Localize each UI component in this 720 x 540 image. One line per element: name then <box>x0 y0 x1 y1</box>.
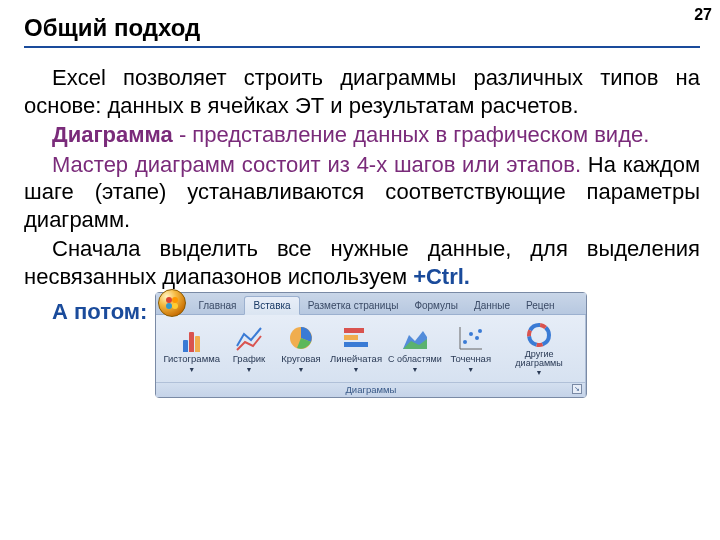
paragraph-4: Сначала выделить все нужные данные, для … <box>24 235 700 290</box>
svg-point-3 <box>172 303 178 309</box>
ribbon-tabs: Главная Вставка Разметка страницы Формул… <box>156 293 586 315</box>
column-chart-icon <box>178 324 206 352</box>
tab-formulas[interactable]: Формулы <box>406 297 466 315</box>
ribbon-body: Гистограмма ▼ График ▼ <box>156 315 586 397</box>
group-title-text: Диаграммы <box>345 384 396 395</box>
svg-point-1 <box>172 297 178 303</box>
svg-point-0 <box>166 297 172 303</box>
tab-page-layout[interactable]: Разметка страницы <box>300 297 407 315</box>
tab-insert[interactable]: Вставка <box>244 296 299 316</box>
dropdown-icon: ▼ <box>298 366 305 375</box>
scatter-chart-icon <box>457 324 485 352</box>
body-text: Excel позволяет строить диаграммы различ… <box>24 64 700 398</box>
btn-label: График <box>233 353 265 365</box>
dropdown-icon: ▼ <box>536 369 543 378</box>
paragraph-1: Excel позволяет строить диаграммы различ… <box>24 64 700 119</box>
office-logo-icon <box>164 295 180 311</box>
bar-chart-icon <box>342 324 370 352</box>
btn-area-chart[interactable]: С областями ▼ <box>385 323 445 377</box>
ctrl-hint: +Ctrl. <box>413 264 470 289</box>
excel-ribbon: Главная Вставка Разметка страницы Формул… <box>155 292 587 398</box>
wizard-steps: Мастер диаграмм состоит из 4-х шагов или… <box>52 152 581 177</box>
btn-label: Гистограмма <box>163 353 220 365</box>
term-definition: - представление данных в графическом вид… <box>173 122 650 147</box>
other-charts-icon <box>525 321 553 349</box>
svg-point-15 <box>478 329 482 333</box>
btn-label: Точечная <box>450 353 491 365</box>
svg-point-13 <box>469 332 473 336</box>
btn-label: С областями <box>388 354 442 365</box>
paragraph-3: Мастер диаграмм состоит из 4-х шагов или… <box>24 151 700 234</box>
svg-point-16 <box>529 325 549 345</box>
btn-label: Круговая <box>281 353 320 365</box>
group-expand-icon[interactable]: ↘ <box>572 384 582 394</box>
svg-rect-7 <box>344 342 368 347</box>
line-chart-icon <box>235 324 263 352</box>
select-instr: Сначала выделить все нужные данные, для … <box>24 236 700 289</box>
paragraph-5: А потом: Главная Вставка Разметка страни… <box>24 292 700 398</box>
svg-point-12 <box>463 340 467 344</box>
tab-review[interactable]: Рецен <box>518 297 563 315</box>
btn-scatter-chart[interactable]: Точечная ▼ <box>445 322 497 377</box>
btn-label: Другие диаграммы <box>500 350 579 368</box>
btn-bar-chart[interactable]: Линейчатая ▼ <box>327 322 385 377</box>
then-label: А потом: <box>24 292 147 326</box>
btn-label: Линейчатая <box>330 353 382 365</box>
term-diagram: Диаграмма <box>52 122 173 147</box>
btn-column-chart[interactable]: Гистограмма ▼ <box>160 322 223 377</box>
paragraph-2: Диаграмма - представление данных в графи… <box>24 121 700 149</box>
dropdown-icon: ▼ <box>467 366 474 375</box>
svg-point-2 <box>166 303 172 309</box>
area-chart-icon <box>401 325 429 353</box>
dropdown-icon: ▼ <box>188 366 195 375</box>
btn-pie-chart[interactable]: Круговая ▼ <box>275 322 327 377</box>
dropdown-icon: ▼ <box>246 366 253 375</box>
btn-other-charts[interactable]: Другие диаграммы ▼ <box>497 319 582 380</box>
group-title: Диаграммы ↘ <box>156 382 585 397</box>
chart-buttons-row: Гистограмма ▼ График ▼ <box>156 315 585 382</box>
btn-line-chart[interactable]: График ▼ <box>223 322 275 377</box>
svg-point-14 <box>475 336 479 340</box>
group-charts: Гистограмма ▼ График ▼ <box>156 315 586 397</box>
tab-home[interactable]: Главная <box>190 297 244 315</box>
title-rule <box>24 46 700 48</box>
dropdown-icon: ▼ <box>353 366 360 375</box>
page-number: 27 <box>694 6 712 24</box>
svg-rect-5 <box>344 328 364 333</box>
dropdown-icon: ▼ <box>411 366 418 375</box>
slide-title: Общий подход <box>24 14 700 42</box>
tab-data[interactable]: Данные <box>466 297 518 315</box>
pie-chart-icon <box>287 324 315 352</box>
svg-rect-6 <box>344 335 358 340</box>
